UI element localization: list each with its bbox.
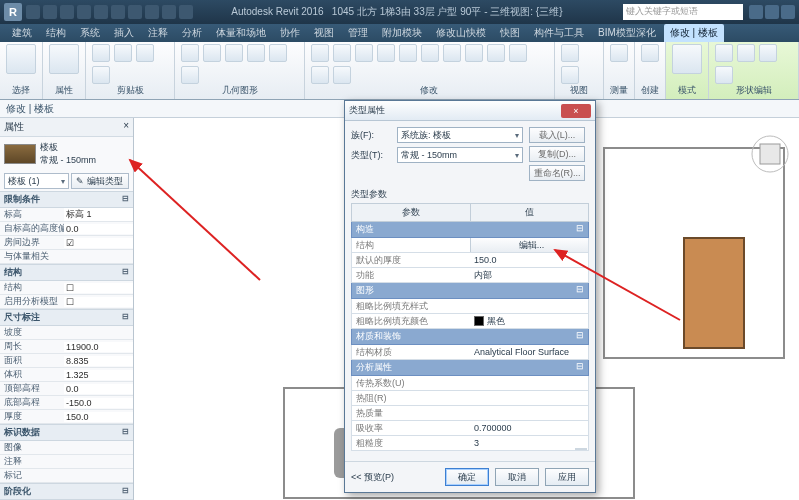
property-value[interactable]: 150.0 — [64, 412, 133, 422]
load-button[interactable]: 载入(L)... — [529, 127, 585, 143]
tab-annotate[interactable]: 注释 — [142, 24, 174, 42]
param-section[interactable]: 材质和装饰⊟ — [351, 329, 589, 345]
property-row[interactable]: 图像 — [0, 441, 133, 455]
param-section[interactable]: 构造⊟ — [351, 222, 589, 238]
param-value[interactable]: 黑色 — [470, 314, 588, 328]
copy-icon[interactable] — [136, 44, 154, 62]
property-row[interactable]: 启用分析模型☐ — [0, 295, 133, 309]
shape-icon[interactable] — [715, 44, 733, 62]
tab-bim[interactable]: BIM模型深化 — [592, 24, 662, 42]
tab-systems[interactable]: 系统 — [74, 24, 106, 42]
section-dims[interactable]: 尺寸标注 — [0, 309, 133, 326]
match-icon[interactable] — [92, 66, 110, 84]
modify-icon[interactable] — [509, 44, 527, 62]
geom-icon[interactable] — [247, 44, 265, 62]
property-value[interactable]: 标高 1 — [64, 208, 133, 221]
qat-button[interactable] — [179, 5, 193, 19]
qat-button[interactable] — [60, 5, 74, 19]
property-row[interactable]: 坡度 — [0, 326, 133, 340]
modify-icon[interactable] — [333, 44, 351, 62]
param-value[interactable] — [470, 376, 588, 390]
minimize-button[interactable] — [749, 5, 763, 19]
modify-icon[interactable] — [465, 44, 483, 62]
param-row[interactable]: 吸收率0.700000 — [351, 421, 589, 436]
property-row[interactable]: 体积1.325 — [0, 368, 133, 382]
geom-icon[interactable] — [181, 44, 199, 62]
param-row[interactable]: 结构编辑... — [351, 238, 589, 253]
dialog-close-button[interactable]: × — [561, 104, 591, 118]
param-row[interactable]: 功能内部 — [351, 268, 589, 283]
type-selector[interactable]: 楼板 常规 - 150mm — [0, 137, 133, 171]
modify-icon[interactable] — [487, 44, 505, 62]
geom-icon[interactable] — [203, 44, 221, 62]
tab-extra2[interactable]: 快图 — [494, 24, 526, 42]
property-row[interactable]: 顶部高程0.0 — [0, 382, 133, 396]
property-value[interactable]: ☐ — [64, 297, 133, 307]
property-row[interactable]: 标高标高 1 — [0, 208, 133, 222]
duplicate-button[interactable]: 复制(D)... — [529, 146, 585, 162]
property-row[interactable]: 底部高程-150.0 — [0, 396, 133, 410]
tab-analyze[interactable]: 分析 — [176, 24, 208, 42]
section-phasing[interactable]: 阶段化 — [0, 483, 133, 500]
qat-button[interactable] — [162, 5, 176, 19]
param-value[interactable] — [470, 406, 588, 420]
property-row[interactable]: 房间边界☑ — [0, 236, 133, 250]
modify-icon[interactable] — [311, 66, 329, 84]
param-value[interactable]: 0.700000 — [470, 421, 588, 435]
param-row[interactable]: 结构材质Analytical Floor Surface — [351, 345, 589, 360]
apply-button[interactable]: 应用 — [545, 468, 589, 486]
app-icon[interactable]: R — [4, 3, 22, 21]
param-row[interactable]: 热阻(R) — [351, 391, 589, 406]
param-row[interactable]: 默认的厚度150.0 — [351, 253, 589, 268]
param-row[interactable]: 热质量 — [351, 406, 589, 421]
close-button[interactable] — [781, 5, 795, 19]
create-icon[interactable] — [641, 44, 659, 62]
property-row[interactable]: 自标高的高度偏移0.0 — [0, 222, 133, 236]
rename-button[interactable]: 重命名(R)... — [529, 165, 585, 181]
geom-icon[interactable] — [225, 44, 243, 62]
scrollbar[interactable] — [575, 448, 587, 450]
param-value[interactable]: Analytical Floor Surface — [470, 345, 588, 359]
select-icon[interactable] — [6, 44, 36, 74]
qat-button[interactable] — [26, 5, 40, 19]
property-value[interactable]: -150.0 — [64, 398, 133, 408]
tab-collab[interactable]: 协作 — [274, 24, 306, 42]
preview-button[interactable]: << 预览(P) — [351, 471, 394, 484]
tab-architecture[interactable]: 建筑 — [6, 24, 38, 42]
view-icon[interactable] — [561, 44, 579, 62]
param-value[interactable] — [470, 299, 588, 313]
qat-button[interactable] — [128, 5, 142, 19]
property-value[interactable]: 11900.0 — [64, 342, 133, 352]
tab-manage[interactable]: 管理 — [342, 24, 374, 42]
dialog-titlebar[interactable]: 类型属性 × — [345, 101, 595, 121]
property-value[interactable]: 0.0 — [64, 384, 133, 394]
property-row[interactable]: 标记 — [0, 469, 133, 483]
section-constraints[interactable]: 限制条件 — [0, 191, 133, 208]
qat-button[interactable] — [111, 5, 125, 19]
param-section[interactable]: 分析属性⊟ — [351, 360, 589, 376]
property-row[interactable]: 厚度150.0 — [0, 410, 133, 424]
param-value[interactable]: 150.0 — [470, 253, 588, 267]
param-row[interactable]: 粗略比例填充颜色黑色 — [351, 314, 589, 329]
property-value[interactable]: 0.0 — [64, 224, 133, 234]
properties-icon[interactable] — [49, 44, 79, 74]
qat-button[interactable] — [77, 5, 91, 19]
tab-extra1[interactable]: 修改山快模 — [430, 24, 492, 42]
shape-icon[interactable] — [759, 44, 777, 62]
modify-icon[interactable] — [311, 44, 329, 62]
qat-button[interactable] — [94, 5, 108, 19]
section-structural[interactable]: 结构 — [0, 264, 133, 281]
paste-icon[interactable] — [92, 44, 110, 62]
geom-icon[interactable] — [269, 44, 287, 62]
section-iddata[interactable]: 标识数据 — [0, 424, 133, 441]
property-row[interactable]: 结构☐ — [0, 281, 133, 295]
property-value[interactable]: 8.835 — [64, 356, 133, 366]
param-row[interactable]: 传热系数(U) — [351, 376, 589, 391]
family-dropdown[interactable]: 系统族: 楼板 — [397, 127, 523, 143]
edit-type-button[interactable]: ✎编辑类型 — [71, 173, 130, 189]
modify-icon[interactable] — [399, 44, 417, 62]
property-row[interactable]: 注释 — [0, 455, 133, 469]
modify-icon[interactable] — [443, 44, 461, 62]
param-value[interactable] — [470, 391, 588, 405]
property-value[interactable]: 1.325 — [64, 370, 133, 380]
